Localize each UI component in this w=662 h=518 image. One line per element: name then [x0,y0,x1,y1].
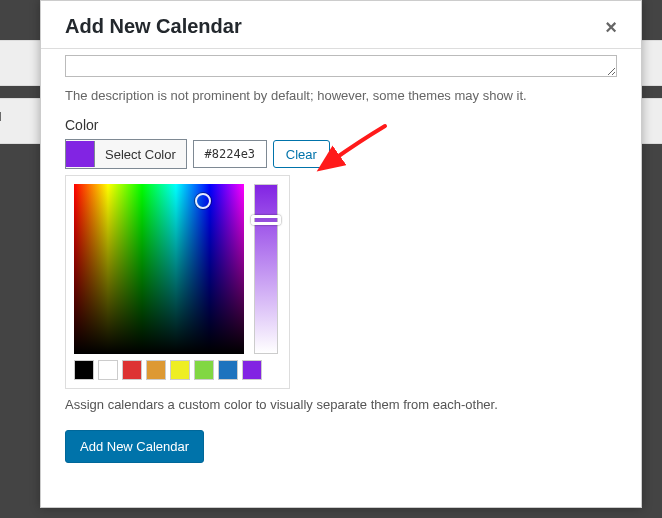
modal-header: Add New Calendar × [41,1,641,49]
close-icon[interactable]: × [605,17,617,37]
select-color-button[interactable]: Select Color [65,139,187,169]
add-calendar-modal: Add New Calendar × The description is no… [40,0,642,508]
hue-slider[interactable] [254,184,278,354]
palette-swatch-6[interactable] [218,360,238,380]
palette-swatch-3[interactable] [146,360,166,380]
palette-swatch-5[interactable] [194,360,214,380]
hue-handle-icon[interactable] [251,215,281,225]
palette-swatch-1[interactable] [98,360,118,380]
add-calendar-button[interactable]: Add New Calendar [65,430,204,463]
description-textarea[interactable] [65,55,617,77]
color-label: Color [65,117,617,133]
palette-swatch-4[interactable] [170,360,190,380]
color-help-text: Assign calendars a custom color to visua… [65,397,617,412]
palette-row [74,360,281,380]
color-picker [65,175,290,389]
palette-swatch-2[interactable] [122,360,142,380]
description-help-text: The description is not prominent by defa… [65,88,617,103]
current-color-swatch [66,141,95,167]
palette-swatch-7[interactable] [242,360,262,380]
saturation-value-area[interactable] [74,184,244,354]
hex-input[interactable] [193,140,267,168]
select-color-label: Select Color [95,147,186,162]
modal-title: Add New Calendar [65,15,242,38]
sv-marker-icon[interactable] [195,193,211,209]
background-fragment: und [0,109,2,124]
palette-swatch-0[interactable] [74,360,94,380]
clear-button[interactable]: Clear [273,140,330,168]
